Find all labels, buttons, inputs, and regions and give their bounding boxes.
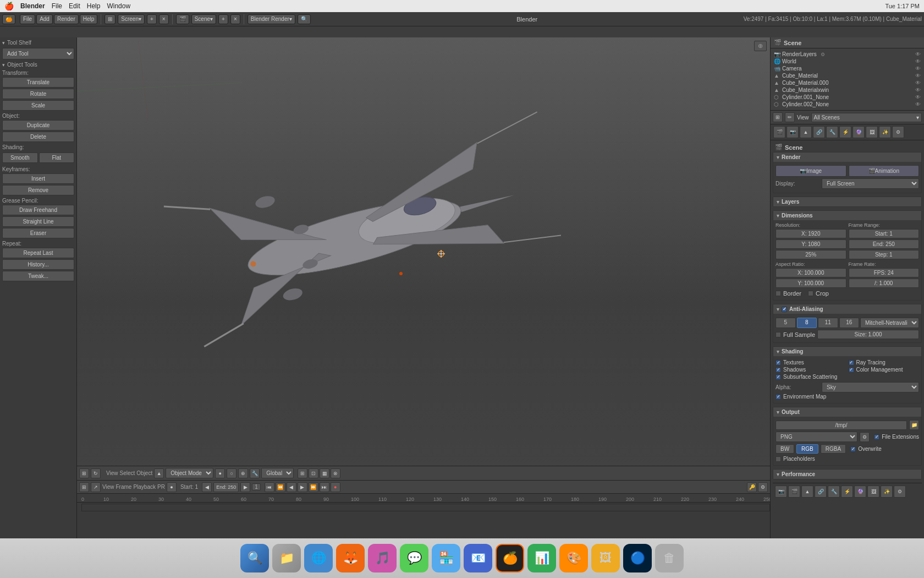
rgb-btn[interactable]: RGB	[796, 444, 818, 454]
tree-renderlayers-expand[interactable]: ⚙	[821, 52, 825, 57]
tl-jump-end[interactable]: ⏭	[320, 482, 329, 492]
tweak-btn[interactable]: Tweak...	[2, 271, 74, 281]
dimensions-section-header[interactable]: Dimensions	[773, 211, 921, 220]
pb-icon1[interactable]: 📷	[775, 486, 787, 498]
tree-cylinder-001[interactable]: ⬡ Cylinder.001_None 👁	[773, 94, 922, 101]
aa-section-header[interactable]: Anti-Aliasing	[773, 304, 921, 314]
tl-jump-start[interactable]: ⏮	[265, 482, 274, 492]
dock-finder[interactable]: 🔍	[240, 544, 269, 572]
prop-material-icon[interactable]: 🔮	[853, 126, 865, 138]
full-sample-cb[interactable]	[776, 332, 781, 337]
dock-preview[interactable]: 🖼	[591, 544, 620, 572]
transform-orientation[interactable]: Global	[261, 468, 294, 478]
aa-btn-11[interactable]: 11	[818, 318, 838, 328]
screen-add[interactable]: +	[147, 14, 157, 24]
insert-btn[interactable]: Insert	[2, 173, 74, 184]
remove-btn[interactable]: Remove	[2, 185, 74, 195]
alpha-select[interactable]: Sky	[822, 382, 919, 392]
layers-section-header[interactable]: Layers	[773, 197, 921, 206]
fps-field[interactable]: FPS: 24	[849, 268, 920, 277]
shadows-cb[interactable]	[776, 367, 781, 373]
prop-constraint-icon[interactable]: 🔗	[813, 126, 825, 138]
overlay-btn3[interactable]: ▦	[320, 468, 329, 478]
file-ext-cb[interactable]	[874, 434, 879, 440]
frame-step-field[interactable]: Step: 1	[849, 250, 920, 259]
env-map-cb[interactable]	[776, 394, 781, 400]
add-tool-select[interactable]: Add Tool	[2, 48, 74, 59]
dock-mail[interactable]: 📧	[464, 544, 492, 572]
snap-icon[interactable]: 🔧	[250, 468, 260, 478]
tree-world-eye[interactable]: 👁	[915, 58, 921, 64]
tl-keying-icon[interactable]: 🔑	[747, 482, 757, 492]
screen-select[interactable]: Screen ▾	[118, 14, 145, 24]
straight-line-btn[interactable]: Straight Line	[2, 216, 74, 227]
tree-cube-000-eye[interactable]: 👁	[915, 80, 921, 86]
overlay-btn1[interactable]: ⊞	[298, 468, 307, 478]
placeholders-cb[interactable]	[776, 456, 781, 462]
frame-end-field[interactable]: End: 250	[849, 239, 920, 249]
output-path-field[interactable]: /tmp/	[776, 421, 907, 430]
dock-safari[interactable]: 🌐	[304, 544, 333, 572]
tree-cyl002-eye[interactable]: 👁	[915, 101, 921, 107]
ray-tracing-cb[interactable]	[849, 360, 854, 366]
pb-icon10[interactable]: ⚙	[894, 486, 906, 498]
repeat-last-btn[interactable]: Repeat Last	[2, 248, 74, 258]
nav-compass[interactable]: ⊕	[754, 41, 767, 51]
pb-icon3[interactable]: ▲	[801, 486, 813, 498]
tl-step-fwd[interactable]: ⏩	[309, 482, 318, 492]
prop-data-icon[interactable]: ⚡	[839, 126, 851, 138]
aa-checkbox[interactable]	[782, 307, 787, 312]
apple-menu[interactable]: 🍎	[4, 2, 14, 10]
tree-world[interactable]: 🌐 World 👁	[773, 58, 922, 65]
view-pivot-btn[interactable]: ⊞	[79, 468, 89, 478]
pb-icon2[interactable]: 🎬	[788, 486, 800, 498]
frame-start-field[interactable]: Start: 1	[849, 229, 920, 238]
scene-add[interactable]: +	[218, 14, 228, 24]
textures-cb[interactable]	[776, 360, 781, 366]
tl-play[interactable]: ▶	[298, 482, 307, 492]
display-select[interactable]: Full Screen	[822, 178, 919, 189]
pb-icon4[interactable]: 🔗	[815, 486, 827, 498]
select-label[interactable]: Select	[120, 470, 135, 476]
menu-help[interactable]: Help	[87, 2, 101, 10]
prop-physics-icon[interactable]: ⚙	[892, 126, 904, 138]
render-section-header[interactable]: Render	[773, 152, 921, 162]
tree-xwin-eye[interactable]: 👁	[915, 87, 921, 93]
blender-logo-btn[interactable]: 🍊	[2, 14, 15, 24]
shading-section-header[interactable]: Shading	[773, 347, 921, 356]
render-animation-btn[interactable]: 🎬 Animation	[849, 165, 920, 177]
object-label[interactable]: Object	[136, 470, 152, 476]
bw-btn[interactable]: BW	[776, 444, 794, 454]
search-btn[interactable]: 🔍	[298, 14, 311, 24]
tl-record[interactable]: ●	[331, 482, 340, 492]
pb-icon5[interactable]: 🔧	[828, 486, 840, 498]
screen-icon[interactable]: ⊞	[105, 14, 116, 24]
tree-cube-eye[interactable]: 👁	[915, 73, 921, 79]
dock-firefox[interactable]: 🦊	[336, 544, 365, 572]
aa-btn-8[interactable]: 8	[797, 318, 817, 328]
pb-icon6[interactable]: ⚡	[841, 486, 853, 498]
prop-scene-icon[interactable]: 🎬	[773, 126, 785, 138]
aspect-x-field[interactable]: X: 100.000	[776, 268, 846, 277]
view-rotate-btn[interactable]: ↻	[91, 468, 101, 478]
menu-window[interactable]: Window	[107, 2, 130, 10]
3d-viewport[interactable]: ⊕ ⊞ ↻ View Select Object ▲ Object Mode ●…	[77, 37, 770, 480]
tl-view-label[interactable]: View	[102, 484, 114, 490]
dock-trash[interactable]: 🗑	[655, 544, 684, 572]
tree-cyl001-eye[interactable]: 👁	[915, 94, 921, 100]
menu-edit[interactable]: Edit	[69, 2, 80, 10]
menu-blender[interactable]: Blender	[20, 2, 45, 10]
tl-current-frame[interactable]: 1	[252, 483, 261, 490]
border-checkbox[interactable]	[776, 291, 781, 296]
tl-end-field-label[interactable]: End: 250	[213, 482, 239, 492]
aspect-y-field[interactable]: Y: 100.000	[776, 279, 846, 288]
rgba-btn[interactable]: RGBA	[821, 444, 846, 454]
delete-btn[interactable]: Delete	[2, 132, 74, 142]
dock-folder[interactable]: 📁	[272, 544, 301, 572]
flat-btn[interactable]: Flat	[39, 152, 75, 163]
rotate-btn[interactable]: Rotate	[2, 89, 74, 99]
dock-blender[interactable]: 🍊	[496, 544, 524, 572]
aa-btn-16[interactable]: 16	[839, 318, 860, 328]
tl-next-key[interactable]: ▶	[240, 482, 250, 492]
tl-prev-key[interactable]: ◀	[202, 482, 212, 492]
